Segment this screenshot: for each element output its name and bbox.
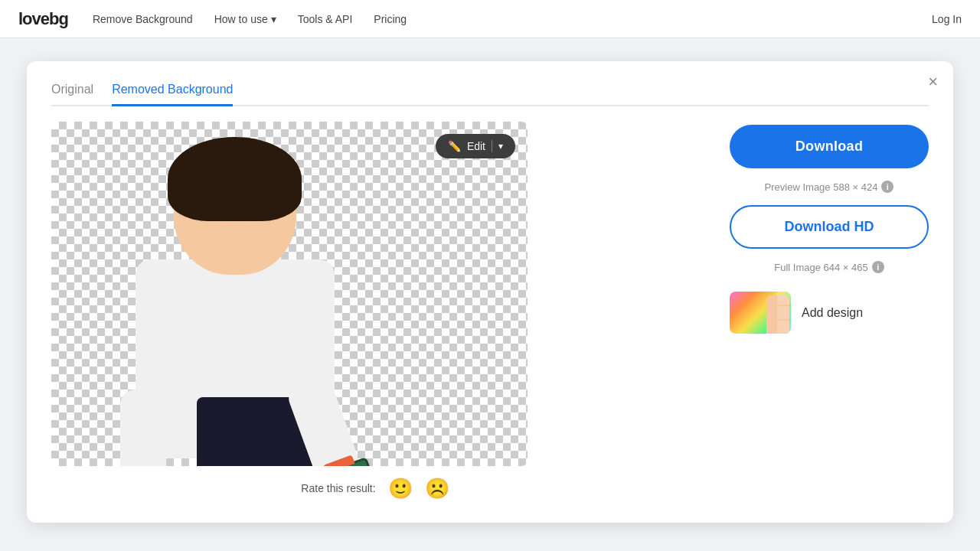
rating-row: Rate this result: 🙂 ☹️ [51, 478, 699, 498]
full-image-info: Full Image 644 × 465 i [730, 261, 929, 273]
logo-text: love [18, 9, 49, 28]
edit-label: Edit [467, 140, 485, 152]
navbar: lovebg Remove Background How to use ▾ To… [0, 0, 980, 38]
close-button[interactable]: × [928, 73, 938, 90]
download-button[interactable]: Download [730, 125, 929, 168]
chevron-down-icon: ▾ [271, 13, 276, 25]
download-hd-button[interactable]: Download HD [730, 205, 929, 249]
add-design-label: Add design [802, 306, 863, 320]
edit-button[interactable]: ✏️ Edit ▾ [436, 134, 515, 158]
nav-link-how-to-use[interactable]: How to use ▾ [214, 13, 276, 25]
body [136, 259, 335, 458]
login-link[interactable]: Log In [932, 13, 962, 25]
hair-bang [171, 179, 301, 221]
right-panel: Download Preview Image 588 × 424 i Downl… [730, 122, 929, 334]
preview-info: Preview Image 588 × 424 i [730, 181, 929, 193]
nav-link-pricing[interactable]: Pricing [374, 13, 407, 25]
chevron-down-icon: ▾ [498, 141, 503, 152]
full-info-icon[interactable]: i [872, 261, 884, 273]
design-preview-thumbnail [730, 292, 791, 334]
add-design-row[interactable]: Add design [730, 292, 929, 334]
rating-label: Rate this result: [301, 482, 375, 494]
preview-info-icon[interactable]: i [881, 181, 893, 193]
tab-original[interactable]: Original [51, 83, 93, 106]
image-panel: ✏️ Edit ▾ Rate this result: 🙂 ☹️ [51, 122, 699, 498]
logo-suffix: bg [49, 9, 68, 28]
nav-link-tools-api[interactable]: Tools & API [298, 13, 353, 25]
thumbs-down-emoji[interactable]: ☹️ [425, 478, 449, 498]
full-info-text: Full Image 644 × 465 [774, 262, 868, 273]
tabs: Original Removed Background [51, 83, 929, 106]
nav-link-remove-background[interactable]: Remove Background [93, 13, 193, 25]
camera [312, 457, 380, 466]
modal-card: × Original Removed Background [27, 61, 953, 523]
arm-left [120, 390, 166, 466]
tab-removed-background[interactable]: Removed Background [112, 83, 233, 106]
design-strips [777, 292, 791, 334]
page: × Original Removed Background [0, 38, 980, 551]
result-image: ✏️ Edit ▾ [51, 122, 528, 466]
nav-links: Remove Background How to use ▾ Tools & A… [93, 13, 907, 25]
preview-info-text: Preview Image 588 × 424 [765, 181, 878, 193]
nav-logo: lovebg [18, 9, 68, 29]
camera-top [323, 455, 355, 466]
edit-button-divider [492, 140, 492, 152]
content-area: ✏️ Edit ▾ Rate this result: 🙂 ☹️ Downloa… [51, 122, 929, 498]
thumbs-up-emoji[interactable]: 🙂 [388, 478, 413, 498]
person-figure [113, 137, 373, 458]
pencil-icon: ✏️ [448, 140, 461, 152]
